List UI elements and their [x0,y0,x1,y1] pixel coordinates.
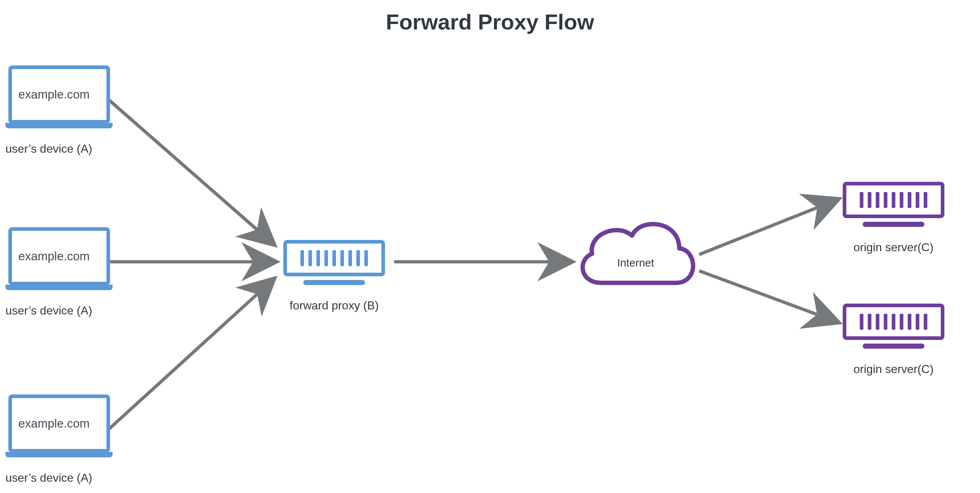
server-slot-icon [325,250,328,266]
arrow-device3-to-proxy [109,284,269,429]
device-label: user’s device (A) [5,304,113,317]
arrow-internet-to-origin2 [699,271,832,320]
device-address: example.com [19,249,90,263]
server-slot-icon [916,192,920,208]
server-slot-icon [317,250,320,266]
arrows-layer [0,0,980,493]
origin-label: origin server(C) [843,241,944,254]
server-icon [843,303,944,340]
user-device-1: example.com user’s device (A) [5,65,113,156]
server-stand-icon [863,222,924,227]
device-address: example.com [19,88,90,101]
user-device-3: example.com user’s device (A) [5,394,113,485]
device-address: example.com [19,416,90,431]
server-slot-icon [860,314,864,330]
server-slot-icon [892,192,896,208]
origin-label: origin server(C) [843,362,944,376]
server-slot-icon [332,250,336,266]
server-slot-icon [356,250,360,266]
server-slot-icon [924,192,928,208]
server-slot-icon [924,314,928,330]
origin-server-2: origin server(C) [843,303,944,376]
arrow-internet-to-origin1 [699,202,832,255]
user-device-2: example.com user’s device (A) [5,227,113,317]
server-slot-icon [892,314,896,330]
server-slot-icon [884,192,888,208]
laptop-base-icon [5,452,113,457]
server-slot-icon [340,250,344,266]
laptop-screen: example.com [8,65,110,124]
cloud-label: Internet [570,257,701,269]
server-slot-icon [868,192,872,208]
server-slot-icon [916,314,920,330]
server-slot-icon [908,314,912,330]
laptop-base-icon [5,123,113,128]
server-slot-icon [884,314,888,330]
server-slot-icon [876,314,880,330]
server-slot-icon [860,192,864,208]
server-slot-icon [309,250,312,266]
server-slot-icon [908,192,912,208]
diagram-stage: Forward Proxy Flow example.com [0,0,980,493]
internet-cloud: Internet [570,210,701,297]
server-slot-icon [900,192,904,208]
server-slot-icon [900,314,904,330]
server-stand-icon [863,343,924,349]
server-icon [843,182,944,218]
device-label: user’s device (A) [5,471,113,485]
server-stand-icon [303,280,365,285]
device-label: user’s device (A) [5,142,113,156]
cloud-icon [570,210,701,297]
arrow-device1-to-proxy [109,100,269,240]
laptop-screen: example.com [8,227,110,286]
laptop-screen: example.com [8,394,110,453]
server-icon [283,240,385,276]
diagram-title: Forward Proxy Flow [0,10,980,35]
server-slot-icon [364,250,368,266]
proxy-label: forward proxy (B) [283,299,385,312]
server-slot-icon [876,192,880,208]
laptop-base-icon [5,285,113,290]
server-slot-icon [301,250,304,266]
server-slot-icon [348,250,352,266]
origin-server-1: origin server(C) [843,182,944,254]
server-slot-icon [868,314,872,330]
forward-proxy: forward proxy (B) [283,240,385,312]
